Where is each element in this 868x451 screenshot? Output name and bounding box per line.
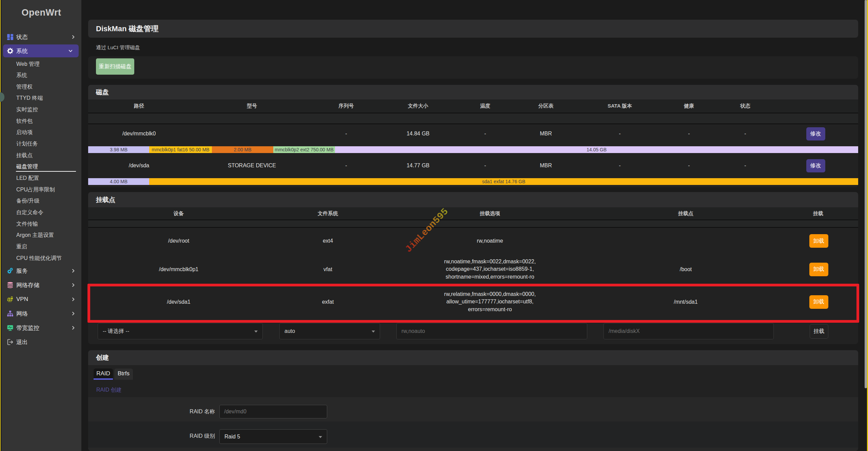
column-header: 序列号 [314, 103, 378, 109]
mount-options: rw,noatime,fmask=0022,dmask=0022, codepa… [387, 258, 593, 281]
sidebar-subitem[interactable]: 重启 [1, 242, 81, 251]
column-header: 文件系统 [269, 210, 387, 217]
sidebar-item-system[interactable]: 系统 [3, 44, 79, 57]
chevron-right-icon [71, 297, 75, 301]
raid-name-label: RAID 名称 [88, 405, 215, 419]
sidebar-subitem[interactable]: 系统 [1, 71, 81, 80]
placeholder-text: /media/diskX [609, 328, 640, 334]
sidebar-item-services[interactable]: 服务 [1, 264, 81, 278]
disk-model: STORAGE DEVICE [190, 163, 314, 169]
raid-name-row: RAID 名称 /dev/md0 [88, 397, 858, 421]
disk-path: /dev/sda [88, 163, 190, 169]
mount-row: /dev/root ext4 rw,noatime 卸载 [88, 228, 858, 254]
disk-status: - [717, 163, 773, 169]
sidebar-subitem[interactable]: Argon 主题设置 [1, 230, 81, 240]
sidebar-item-logout[interactable]: 退出 [1, 335, 81, 349]
database-icon [7, 282, 13, 288]
action-cell: 修改 [773, 159, 858, 172]
rescan-card: 重新扫描磁盘 [88, 56, 858, 79]
sidebar-subitem[interactable]: CPU 性能优化调节 [1, 253, 81, 263]
raid-create-link[interactable]: RAID 创建 [96, 387, 122, 394]
sidebar-item-label: 服务 [16, 267, 28, 275]
disk-health: - [660, 163, 717, 169]
mounts-section-header: 挂载点 [88, 192, 858, 207]
sidebar-subitem[interactable]: Web 管理 [1, 59, 81, 69]
sidebar-subitem[interactable]: 磁盘管理 [1, 162, 81, 171]
mount-options-input[interactable]: rw,noauto [396, 323, 587, 339]
services-icon [7, 268, 13, 274]
tab-raid[interactable]: RAID [94, 369, 113, 380]
modify-button[interactable]: 修改 [806, 127, 825, 140]
page-header: DiskMan 磁盘管理 [88, 20, 858, 38]
scrollbar-thumb[interactable] [865, 0, 867, 388]
partition-segment: sda1 exfat 14.76 GB [149, 178, 858, 185]
disk-sata: - [579, 131, 660, 137]
disk-row: /dev/mmcblk0 - 14.84 GB - MBR - - - 修改 [88, 124, 858, 146]
openwrt-diskman-page: OpenWrt 状态 系统 Web 管理系统管理权TTYD 终端实时监控软件包启… [0, 0, 868, 451]
mount-point-input[interactable]: /media/diskX [604, 323, 774, 339]
sidebar-subitem[interactable]: 计划任务 [1, 139, 81, 148]
caret-down-icon [372, 331, 375, 333]
chevron-right-icon [71, 312, 75, 316]
sidebar-item-network[interactable]: 网络 [1, 306, 81, 321]
sidebar-item-vpn[interactable]: VPN [1, 292, 81, 306]
disk-row: /dev/sda STORAGE DEVICE - 14.77 GB - MBR… [88, 153, 858, 178]
chevron-right-icon [71, 283, 75, 287]
disk-ptable: MBR [513, 163, 579, 169]
page-title: DiskMan 磁盘管理 [96, 24, 159, 34]
sidebar-subitem[interactable]: 挂载点 [1, 151, 81, 160]
raid-level-row: RAID 级别 Raid 5 [88, 421, 858, 448]
create-section: 创建 RAID Btrfs RAID 创建 RAID 名称 /dev/md0 R… [88, 350, 858, 451]
sidebar-subitem[interactable]: CPU占用率限制 [1, 185, 81, 194]
sidebar-subitem[interactable]: LED 配置 [1, 173, 81, 183]
partition-segment: mmcblk0p1 fat16 50.00 MB [149, 146, 212, 153]
sidebar-subitem[interactable]: 软件包 [1, 116, 81, 126]
sidebar-item-network-storage[interactable]: 网络存储 [1, 278, 81, 292]
partition-bar: 3.98 MBmmcblk0p1 fat16 50.00 MB2.00 MBmm… [88, 146, 858, 153]
next-row-sliver [88, 448, 858, 451]
sidebar-subitem[interactable]: 文件传输 [1, 219, 81, 228]
column-header: 文件大小 [378, 103, 458, 109]
disk-size: 14.84 GB [378, 131, 458, 137]
dashboard-icon [7, 34, 13, 40]
sidebar-subitem[interactable]: 备份/升级 [1, 196, 81, 205]
device-select[interactable]: -- 请选择 -- [98, 323, 263, 339]
disk-size: 14.77 GB [378, 163, 458, 169]
disks-section-title: 磁盘 [96, 88, 109, 97]
filesystem-select[interactable]: auto [279, 323, 380, 339]
disks-section-header: 磁盘 [88, 85, 858, 99]
disk-status: - [717, 131, 773, 137]
mount-option-line: rw,noatime,fmask=0022,dmask=0022, [387, 258, 593, 266]
mounts-table-header: 设备 文件系统 挂载选项 挂载点 挂载 [88, 207, 858, 220]
sidebar-subitem[interactable]: 管理权 [1, 82, 81, 91]
column-header: 挂载 [778, 210, 858, 217]
sidebar-subitem[interactable]: 启动项 [1, 128, 81, 137]
mount-button[interactable]: 挂载 [810, 324, 828, 339]
modify-button[interactable]: 修改 [806, 159, 825, 172]
unmount-button[interactable]: 卸载 [809, 263, 828, 276]
placeholder-text: /dev/md0 [224, 409, 246, 415]
sidebar-item-status[interactable]: 状态 [1, 30, 81, 44]
disks-table-header: 路径 型号 序列号 文件大小 温度 分区表 SATA 版本 健康 状态 [88, 99, 858, 113]
action-cell: 修改 [773, 127, 858, 140]
sidebar-item-label: 退出 [16, 338, 28, 346]
column-header: 路径 [88, 103, 190, 109]
sidebar-subitem[interactable]: TTYD 终端 [1, 93, 81, 102]
unmount-button[interactable]: 卸载 [809, 234, 828, 248]
sitemap-icon [7, 311, 13, 317]
column-header: 状态 [717, 103, 773, 109]
column-header: 分区表 [513, 103, 579, 109]
mount-option-line: codepage=437,iocharset=iso8859-1, [387, 265, 593, 273]
sidebar-item-bandwidth[interactable]: 带宽监控 [1, 321, 81, 335]
tab-btrfs[interactable]: Btrfs [114, 369, 133, 380]
sidebar-item-label: 带宽监控 [16, 324, 39, 332]
sidebar-subitem[interactable]: 实时监控 [1, 105, 81, 114]
mount-device: /dev/mmcblk0p1 [88, 266, 269, 273]
raid-level-label: RAID 级别 [88, 429, 215, 443]
rescan-disks-button[interactable]: 重新扫描磁盘 [96, 58, 134, 75]
raid-name-input[interactable]: /dev/md0 [219, 405, 327, 418]
disks-section: 磁盘 路径 型号 序列号 文件大小 温度 分区表 SATA 版本 健康 状态 /… [88, 85, 858, 187]
raid-level-select[interactable]: Raid 5 [219, 429, 327, 444]
partition-segment: 14.05 GB [335, 146, 858, 153]
sidebar-subitem[interactable]: 自定义命令 [1, 208, 81, 217]
